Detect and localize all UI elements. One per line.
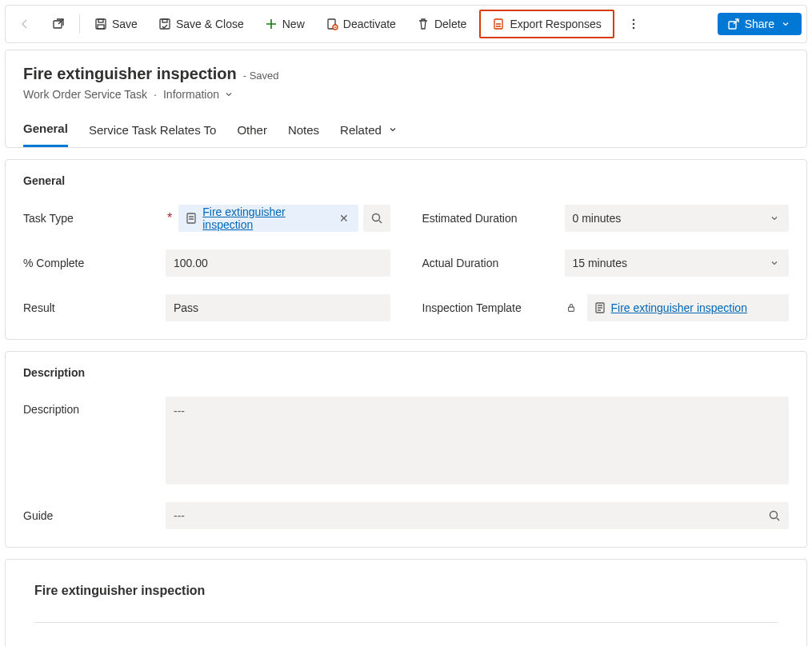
inspection-template-pill[interactable]: Fire extinguisher inspection bbox=[587, 294, 790, 321]
delete-label: Delete bbox=[434, 18, 466, 30]
svg-rect-2 bbox=[98, 19, 103, 22]
field-task-type: Task Type * Fire extinguisher inspection… bbox=[23, 205, 390, 232]
actual-duration-label: Actual Duration bbox=[422, 257, 499, 269]
task-type-lookup-pill[interactable]: Fire extinguisher inspection ✕ bbox=[178, 205, 358, 232]
guide-lookup[interactable]: --- bbox=[166, 502, 789, 529]
deactivate-label: Deactivate bbox=[343, 18, 396, 30]
tab-related[interactable]: Related bbox=[340, 122, 399, 147]
task-type-label: Task Type bbox=[23, 212, 74, 225]
inspection-divider bbox=[34, 622, 778, 623]
chevron-down-icon bbox=[386, 123, 399, 136]
entity-name: Work Order Service Task bbox=[23, 88, 147, 101]
form-tabs: General Service Task Relates To Other No… bbox=[23, 122, 789, 147]
save-close-label: Save & Close bbox=[176, 18, 244, 30]
estimated-duration-select[interactable]: 0 minutes bbox=[565, 205, 790, 232]
inspection-title: Fire extinguisher inspection bbox=[34, 584, 778, 598]
trash-icon bbox=[417, 18, 430, 30]
toolbar-separator bbox=[79, 14, 80, 34]
tab-notes[interactable]: Notes bbox=[288, 122, 319, 147]
tab-other[interactable]: Other bbox=[237, 122, 267, 147]
pdf-icon bbox=[492, 18, 505, 30]
svg-rect-3 bbox=[98, 25, 104, 29]
percent-complete-label: % Complete bbox=[23, 257, 84, 269]
estimated-duration-label: Estimated Duration bbox=[422, 212, 518, 225]
chevron-down-icon bbox=[779, 18, 792, 30]
template-record-icon bbox=[594, 301, 606, 314]
svg-rect-5 bbox=[162, 19, 167, 22]
lock-icon bbox=[565, 301, 578, 314]
form-selector[interactable]: Information bbox=[163, 88, 235, 101]
task-type-record-icon bbox=[185, 212, 198, 225]
result-input[interactable]: Pass bbox=[166, 294, 390, 321]
popout-icon bbox=[52, 18, 65, 30]
guide-value: --- bbox=[174, 509, 185, 522]
new-label: New bbox=[282, 18, 305, 30]
chevron-down-icon bbox=[768, 257, 781, 269]
estimated-duration-value: 0 minutes bbox=[573, 212, 622, 225]
description-value: --- bbox=[174, 405, 185, 417]
field-result: Result Pass bbox=[23, 294, 390, 321]
record-title: Fire extinguisher inspection bbox=[23, 65, 237, 83]
required-indicator: * bbox=[167, 211, 172, 225]
section-inspection: Fire extinguisher inspection bbox=[5, 559, 807, 646]
plus-icon bbox=[265, 18, 278, 30]
description-label: Description bbox=[23, 403, 79, 416]
share-icon bbox=[727, 18, 740, 30]
svg-point-17 bbox=[770, 512, 778, 519]
save-close-icon bbox=[158, 18, 171, 30]
result-label: Result bbox=[23, 301, 55, 314]
form-name: Information bbox=[163, 88, 219, 101]
inspection-template-label: Inspection Template bbox=[422, 301, 522, 314]
save-label: Save bbox=[112, 18, 138, 30]
task-type-link[interactable]: Fire extinguisher inspection bbox=[202, 205, 330, 231]
share-label: Share bbox=[745, 18, 774, 30]
field-actual-duration: Actual Duration 15 minutes bbox=[422, 249, 790, 277]
inspection-template-link[interactable]: Fire extinguisher inspection bbox=[611, 301, 747, 314]
export-responses-highlight: Export Responses bbox=[479, 10, 614, 38]
share-button[interactable]: Share bbox=[718, 13, 802, 35]
field-inspection-template: Inspection Template Fire extinguisher in… bbox=[422, 294, 790, 321]
search-icon bbox=[768, 509, 781, 522]
export-responses-label: Export Responses bbox=[510, 18, 601, 30]
description-textarea[interactable]: --- bbox=[166, 397, 789, 484]
chevron-down-icon bbox=[222, 88, 235, 101]
back-button[interactable] bbox=[10, 13, 39, 35]
overflow-button[interactable] bbox=[619, 13, 648, 35]
delete-button[interactable]: Delete bbox=[409, 13, 474, 35]
actual-duration-value: 15 minutes bbox=[573, 257, 627, 269]
percent-complete-value: 100.00 bbox=[174, 257, 208, 269]
svg-rect-15 bbox=[568, 307, 574, 311]
arrow-left-icon bbox=[18, 18, 31, 30]
command-bar: Save Save & Close New Deactivate Delete … bbox=[5, 5, 807, 43]
guide-label: Guide bbox=[23, 509, 53, 522]
new-button[interactable]: New bbox=[257, 13, 313, 35]
section-description: Description Description --- Guide --- bbox=[5, 351, 807, 548]
field-percent-complete: % Complete 100.00 bbox=[23, 249, 390, 277]
deactivate-button[interactable]: Deactivate bbox=[318, 13, 404, 35]
svg-point-10 bbox=[633, 23, 634, 25]
tab-relates-to[interactable]: Service Task Relates To bbox=[89, 122, 217, 147]
save-icon bbox=[94, 18, 107, 30]
svg-rect-13 bbox=[187, 213, 195, 223]
open-new-window-button[interactable] bbox=[44, 13, 73, 35]
more-vertical-icon bbox=[627, 18, 640, 30]
tab-general[interactable]: General bbox=[23, 122, 68, 147]
saved-indicator: - Saved bbox=[243, 70, 279, 82]
task-type-clear[interactable]: ✕ bbox=[336, 212, 352, 225]
task-type-search[interactable] bbox=[363, 205, 390, 232]
result-value: Pass bbox=[174, 301, 198, 314]
export-responses-button[interactable]: Export Responses bbox=[484, 13, 609, 35]
save-button[interactable]: Save bbox=[86, 13, 146, 35]
form-header: Fire extinguisher inspection - Saved Wor… bbox=[5, 50, 807, 148]
percent-complete-input[interactable]: 100.00 bbox=[166, 249, 390, 277]
svg-point-14 bbox=[372, 214, 379, 221]
separator-dot: · bbox=[154, 88, 157, 101]
search-icon bbox=[370, 212, 383, 225]
chevron-down-icon bbox=[768, 212, 781, 225]
field-estimated-duration: Estimated Duration 0 minutes bbox=[422, 205, 790, 232]
deactivate-icon bbox=[326, 18, 338, 30]
section-general-title: General bbox=[23, 174, 789, 187]
save-close-button[interactable]: Save & Close bbox=[150, 13, 252, 35]
actual-duration-select[interactable]: 15 minutes bbox=[565, 249, 790, 277]
svg-point-9 bbox=[633, 19, 634, 21]
